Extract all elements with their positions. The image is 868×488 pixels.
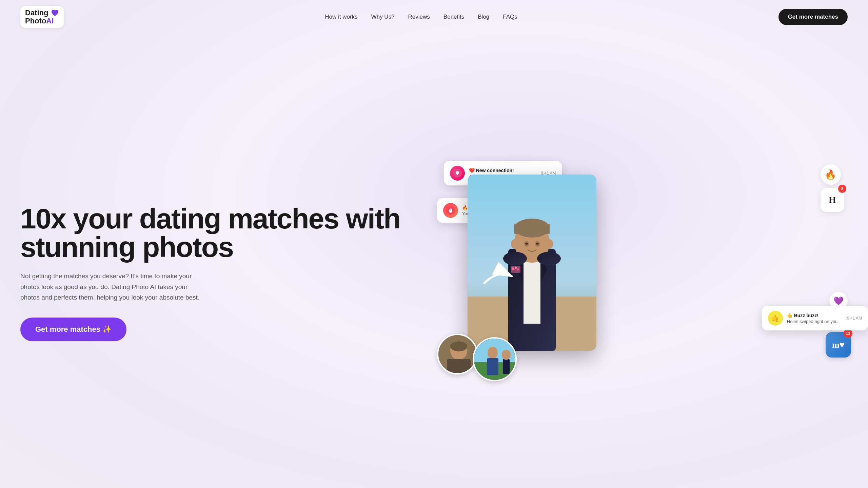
before-photo-2 — [473, 337, 517, 381]
svg-point-9 — [512, 267, 514, 270]
logo[interactable]: Dating PhotoAI — [20, 6, 64, 28]
logo-line1: Dating — [25, 9, 48, 17]
logo-line2-photo: Photo — [25, 17, 46, 25]
svg-point-16 — [537, 252, 561, 265]
nav-link-reviews[interactable]: Reviews — [408, 14, 430, 20]
hero-title: 10x your dating matches with stunning ph… — [20, 204, 437, 261]
notif-3-body: Helen swiped right on you. — [787, 319, 839, 324]
svg-point-21 — [511, 239, 518, 249]
svg-point-15 — [503, 252, 527, 265]
svg-point-19 — [525, 243, 528, 245]
hinge-letter: H — [829, 195, 836, 205]
logo-heart-icon — [51, 9, 59, 17]
svg-rect-5 — [524, 256, 540, 324]
notif-bumble-icon — [450, 166, 465, 181]
hero-visual: ❤️ New connection! Julia liked you back.… — [451, 154, 848, 385]
hero-content: 10x your dating matches with stunning ph… — [20, 198, 451, 341]
svg-point-11 — [516, 268, 519, 271]
svg-rect-33 — [503, 359, 510, 374]
nav-link-why-us[interactable]: Why Us? — [371, 14, 395, 20]
before-photos — [437, 327, 517, 374]
notif-3-title: 🤙 Buzz buzz! — [787, 313, 839, 318]
before-photo-1 — [437, 334, 478, 374]
bumble-letter: m♥ — [832, 340, 845, 350]
nav-link-how-it-works[interactable]: How it works — [325, 14, 357, 20]
svg-point-20 — [536, 243, 539, 245]
notif-buzz-icon: 🤙 — [768, 311, 783, 326]
svg-point-10 — [515, 267, 517, 269]
float-fire-icon: 🔥 — [821, 164, 841, 185]
hero-subtitle: Not getting the matches you deserve? It'… — [20, 271, 203, 303]
svg-rect-32 — [487, 358, 498, 375]
nav-link-faqs[interactable]: FAQs — [503, 14, 517, 20]
svg-point-27 — [450, 341, 467, 351]
svg-rect-26 — [447, 359, 471, 374]
hero-section: 10x your dating matches with stunning ph… — [0, 34, 868, 488]
nav-link-blog[interactable]: Blog — [478, 14, 489, 20]
navbar: Dating PhotoAI How it works Why Us? Revi… — [0, 0, 868, 34]
bumble-badge: 13 — [844, 329, 852, 338]
svg-rect-14 — [514, 224, 550, 234]
notif-3-time: 9:41 AM — [843, 316, 862, 321]
hero-cta-button[interactable]: Get more matches ✨ — [20, 318, 126, 341]
svg-point-34 — [502, 350, 511, 360]
main-photo-card — [468, 175, 596, 351]
nav-link-benefits[interactable]: Benefits — [443, 14, 464, 20]
logo-line2-ai: AI — [46, 17, 54, 25]
svg-point-22 — [546, 239, 553, 249]
nav-links: How it works Why Us? Reviews Benefits Bl… — [325, 14, 517, 20]
notification-buzz: 🤙 🤙 Buzz buzz! Helen swiped right on you… — [762, 306, 868, 330]
notif-3-text: 🤙 Buzz buzz! Helen swiped right on you. — [787, 313, 839, 324]
svg-point-31 — [488, 347, 498, 359]
notif-tinder-icon — [443, 203, 458, 218]
nav-cta-button[interactable]: Get more matches — [778, 9, 848, 25]
notif-1-title: ❤️ New connection! — [469, 168, 533, 173]
hinge-badge: 8 — [838, 185, 846, 193]
